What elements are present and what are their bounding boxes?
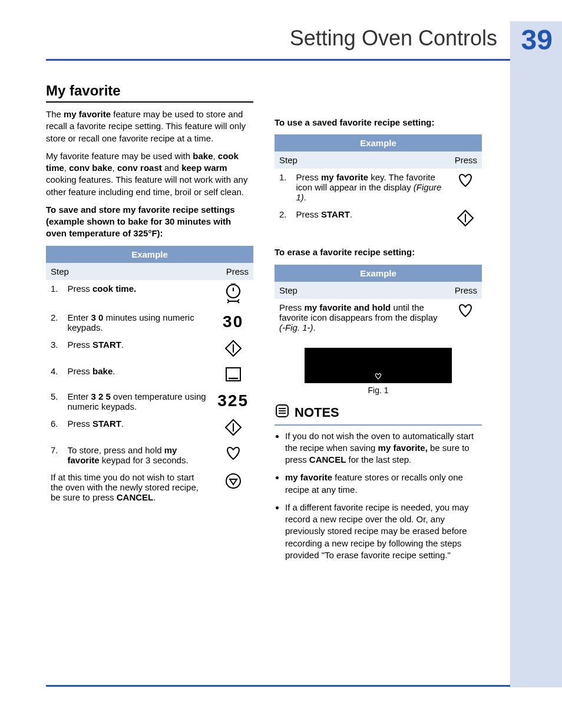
text: If a different favorite recipe is needed…	[285, 502, 469, 560]
col-step: Step	[46, 263, 213, 280]
start-icon	[224, 340, 242, 359]
text: .	[121, 340, 124, 350]
text-bold: CANCEL	[309, 454, 346, 465]
list-item: If a different favorite recipe is needed…	[285, 502, 482, 561]
step-num: 6.	[46, 415, 63, 442]
text-bold: my favorite and hold	[305, 302, 391, 312]
notes-label: NOTES	[295, 405, 339, 420]
text: Press	[296, 209, 322, 219]
save-footer-text: If at this time you do not wish to start…	[46, 469, 213, 506]
col-step: Step	[275, 151, 449, 169]
text-italic: (-Fig. 1-)	[279, 322, 313, 332]
step-text: Press START.	[292, 206, 449, 232]
text: Press	[279, 302, 305, 312]
list-item: my favorite feature stores or recalls on…	[285, 472, 482, 496]
step-text: Enter 3 0 minutes using numeric keypads.	[63, 309, 213, 336]
text-bold: conv roast	[117, 163, 162, 173]
left-column: My favorite The my favorite feature may …	[46, 83, 253, 567]
text: Press	[68, 366, 93, 376]
step-num: 2.	[275, 206, 292, 232]
table-row: 3. Press START.	[46, 336, 253, 363]
cancel-icon	[224, 472, 242, 492]
text: .	[153, 492, 156, 502]
text-bold: cook time.	[92, 284, 136, 294]
step-icon	[213, 415, 253, 442]
step-icon	[449, 169, 482, 206]
step-text: To store, press and hold my favorite key…	[63, 442, 213, 469]
use-table: Example StepPress 1. Press my favorite k…	[275, 134, 482, 232]
text: To store, press and hold	[68, 445, 164, 455]
step-text: Press bake.	[63, 363, 213, 388]
heart-icon	[457, 302, 474, 319]
table-row: 1. Press my favorite key. The favorite i…	[275, 169, 482, 206]
text: cooking features. This feature will not …	[46, 174, 247, 196]
step-text: Press my favorite key. The favorite icon…	[292, 169, 449, 206]
step-num: 5.	[46, 388, 63, 415]
step-icon	[213, 336, 253, 363]
text-bold: conv bake	[69, 163, 112, 173]
step-text: Press cook time.	[63, 280, 213, 309]
text: Press	[68, 340, 93, 350]
text: Press	[68, 284, 93, 294]
use-heading: To use a saved favorite recipe setting:	[275, 117, 482, 129]
list-item: If you do not wish the oven to automatic…	[285, 430, 482, 466]
text: .	[350, 209, 352, 219]
text: The	[46, 109, 64, 119]
bake-icon	[224, 366, 242, 384]
heart-icon	[374, 373, 382, 380]
save-instructions-heading: To save and store my favorite recipe set…	[46, 204, 253, 240]
col-step: Step	[275, 282, 449, 299]
erase-table: Example StepPress Press my favorite and …	[275, 265, 482, 336]
notes-list: If you do not wish the oven to automatic…	[275, 430, 482, 562]
step-icon	[449, 299, 482, 336]
step-text: Enter 3 2 5 oven temperature using numer…	[63, 388, 213, 415]
text-bold: my favorite	[64, 109, 111, 119]
table-row: 2. Enter 3 0 minutes using numeric keypa…	[46, 309, 253, 336]
step-icon: 325	[213, 388, 253, 415]
text: ,	[213, 151, 217, 161]
header-rule	[46, 59, 510, 61]
intro-paragraph-2: My favorite feature may be used with bak…	[46, 150, 253, 198]
text: Enter	[68, 312, 91, 322]
start-icon	[457, 209, 474, 229]
svg-point-4	[226, 474, 240, 488]
text: Enter	[68, 391, 91, 401]
table-row: If at this time you do not wish to start…	[46, 469, 253, 506]
step-num: 4.	[46, 363, 63, 388]
step-num: 1.	[46, 280, 63, 309]
text-bold: 3 2 5	[91, 391, 111, 401]
erase-heading: To erase a favorite recipe setting:	[275, 246, 482, 258]
page-title: Setting Oven Controls	[290, 26, 497, 51]
text-bold: START	[92, 419, 121, 429]
footer-rule	[46, 685, 510, 687]
notes-heading: NOTES	[275, 403, 482, 426]
text-bold: my favorite	[285, 472, 332, 482]
text: keypad for 3 seconds.	[100, 455, 189, 465]
text: ,	[113, 163, 117, 173]
text-bold: START	[92, 340, 121, 350]
step-icon	[213, 363, 253, 388]
table-row: 2. Press START.	[275, 206, 482, 232]
step-num: 7.	[46, 442, 63, 469]
heart-icon	[224, 445, 242, 462]
text-bold: bake	[193, 151, 213, 161]
col-press: Press	[213, 263, 253, 280]
text-bold: keep warm	[181, 163, 227, 173]
step-icon	[449, 206, 482, 232]
intro-paragraph-1: The my favorite feature may be used to s…	[46, 108, 253, 144]
text-bold: my favorite	[321, 172, 368, 182]
text: .	[313, 322, 316, 332]
side-tab	[510, 21, 562, 687]
table-header-bar: Example	[275, 265, 482, 282]
step-icon	[213, 469, 253, 506]
number-30-icon: 30	[223, 312, 243, 331]
figure-caption: Fig. 1	[275, 386, 482, 395]
text: My favorite feature may be used with	[46, 151, 193, 161]
step-text: Press START.	[63, 415, 213, 442]
step-num: 1.	[275, 169, 292, 206]
text: for the last step.	[346, 454, 411, 465]
start-icon	[224, 419, 242, 438]
step-icon	[213, 442, 253, 469]
notes-icon	[275, 403, 290, 422]
manual-page: 39 Setting Oven Controls My favorite The…	[0, 0, 562, 728]
